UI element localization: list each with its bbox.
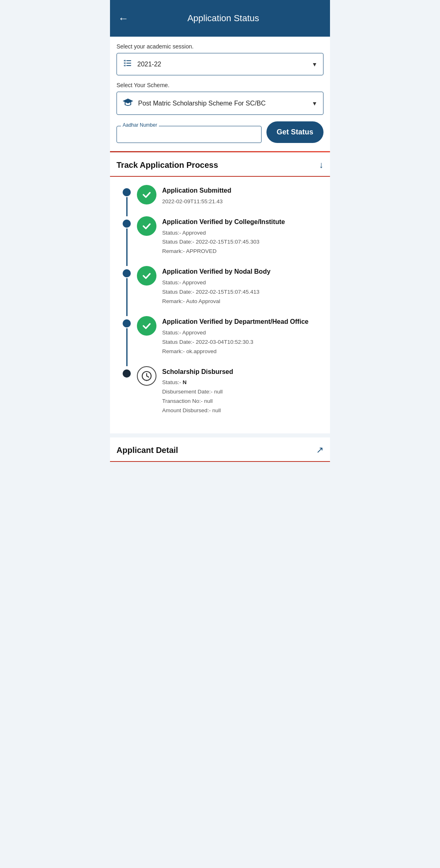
timeline-detail: Status Date:- 2022-02-15T15:07:45.413 xyxy=(162,288,323,297)
scheme-select[interactable]: Post Matric Scholarship Scheme For SC/BC… xyxy=(117,92,323,115)
timeline-content: Application Verified by Nodal BodyStatus… xyxy=(162,266,323,316)
timeline-detail: Status:- Approved xyxy=(162,278,323,288)
academic-session-value: 2021-22 xyxy=(137,61,312,68)
track-arrow-icon: ↓ xyxy=(319,160,323,170)
status-icon xyxy=(137,366,156,386)
scheme-value: Post Matric Scholarship Scheme For SC/BC xyxy=(138,100,312,107)
aadhar-input[interactable] xyxy=(123,131,255,138)
chevron-down-icon: ▼ xyxy=(312,61,317,68)
timeline-item-5: Scholarship DisbursedStatus:- NDisbursem… xyxy=(122,366,323,426)
status-icon xyxy=(137,316,156,336)
timeline-detail: Remark:- ok.approved xyxy=(162,347,323,356)
timeline-item-3: Application Verified by Nodal BodyStatus… xyxy=(122,266,323,316)
timeline-detail: Disbursement Date:- null xyxy=(162,387,323,397)
svg-point-13 xyxy=(146,380,147,381)
timeline-detail: Transaction No:- null xyxy=(162,397,323,406)
status-icon xyxy=(137,185,156,204)
svg-rect-3 xyxy=(126,60,131,61)
timeline-step-title: Application Verified by College/Institut… xyxy=(162,218,323,226)
timeline-content: Application Submitted2022-02-09T11:55:21… xyxy=(162,185,323,216)
timeline-content: Application Verified by College/Institut… xyxy=(162,216,323,266)
svg-marker-9 xyxy=(123,99,133,103)
timeline-dot xyxy=(123,188,131,196)
timeline-step-title: Application Verified by Nodal Body xyxy=(162,268,323,276)
svg-rect-4 xyxy=(126,63,131,64)
timeline-step-title: Scholarship Disbursed xyxy=(162,368,323,376)
applicant-title: Applicant Detail xyxy=(117,446,178,455)
timeline-connector xyxy=(126,328,128,366)
timeline-item-2: Application Verified by College/Institut… xyxy=(122,216,323,266)
timeline-step-title: Application Submitted xyxy=(162,187,323,195)
track-header: Track Application Process ↓ xyxy=(110,152,330,177)
timeline-dot xyxy=(123,220,131,228)
aadhar-input-wrapper: Aadhar Number xyxy=(117,126,262,143)
timeline-item-4: Application Verified by Department/Head … xyxy=(122,316,323,366)
aadhar-row: Aadhar Number Get Status xyxy=(117,121,323,143)
graduation-icon xyxy=(123,97,133,110)
form-section: Select your academic session. 1 2 3 2021… xyxy=(110,37,330,151)
status-icon xyxy=(137,266,156,286)
page-title: Application Status xyxy=(137,13,310,24)
timeline-detail: Remark:- Auto Approval xyxy=(162,297,323,306)
timeline: Application Submitted2022-02-09T11:55:21… xyxy=(110,177,330,433)
list-icon: 1 2 3 xyxy=(123,58,132,70)
timeline-content: Application Verified by Department/Head … xyxy=(162,316,323,366)
timeline-detail: Status Date:- 2022-03-04T10:52:30.3 xyxy=(162,338,323,347)
timeline-content: Scholarship DisbursedStatus:- NDisbursem… xyxy=(162,366,323,426)
timeline-connector xyxy=(126,197,128,216)
timeline-detail: 2022-02-09T11:55:21.43 xyxy=(162,197,323,207)
app-header: ← Application Status xyxy=(110,0,330,37)
track-section: Track Application Process ↓ Application … xyxy=(110,152,330,433)
timeline-detail: Status:- N xyxy=(162,378,323,387)
timeline-detail: Status:- Approved xyxy=(162,328,323,338)
timeline-dot xyxy=(123,319,131,327)
timeline-connector xyxy=(126,229,128,266)
get-status-button[interactable]: Get Status xyxy=(266,121,323,143)
academic-session-select[interactable]: 1 2 3 2021-22 ▼ xyxy=(117,53,323,75)
applicant-section: Applicant Detail ↗ xyxy=(110,437,330,462)
timeline-dot xyxy=(123,269,131,277)
timeline-detail: Status Date:- 2022-02-15T15:07:45.303 xyxy=(162,237,323,247)
aadhar-label: Aadhar Number xyxy=(121,122,159,128)
timeline-detail: Amount Disbursed:- null xyxy=(162,406,323,415)
timeline-dot xyxy=(123,369,131,378)
back-button[interactable]: ← xyxy=(118,12,129,25)
timeline-item-1: Application Submitted2022-02-09T11:55:21… xyxy=(122,185,323,216)
applicant-header[interactable]: Applicant Detail ↗ xyxy=(110,437,330,462)
scheme-label: Select Your Scheme. xyxy=(117,82,323,88)
track-title: Track Application Process xyxy=(117,160,218,170)
svg-text:3: 3 xyxy=(124,64,125,67)
academic-session-label: Select your academic session. xyxy=(117,43,323,50)
timeline-detail: Status:- Approved xyxy=(162,229,323,238)
applicant-arrow-icon: ↗ xyxy=(316,445,323,455)
timeline-step-title: Application Verified by Department/Head … xyxy=(162,318,323,326)
chevron-down-icon: ▼ xyxy=(312,100,317,107)
timeline-connector xyxy=(126,278,128,316)
status-icon xyxy=(137,216,156,236)
svg-rect-5 xyxy=(126,65,131,66)
timeline-detail: Remark:- APPROVED xyxy=(162,247,323,256)
